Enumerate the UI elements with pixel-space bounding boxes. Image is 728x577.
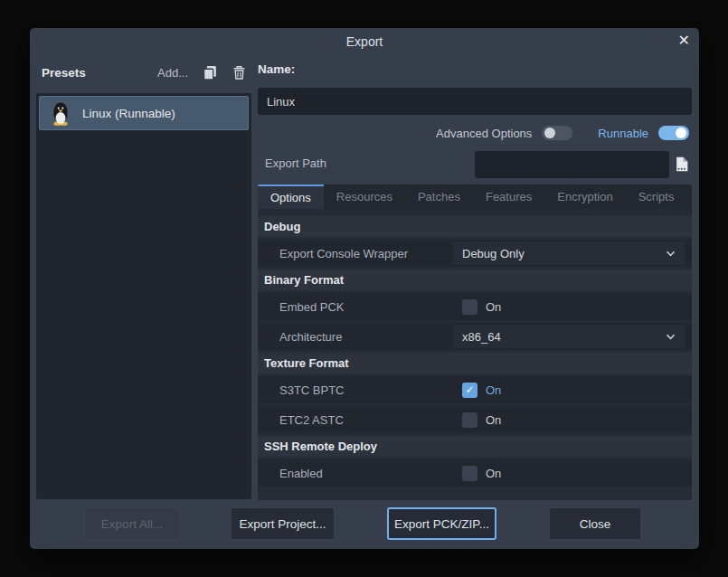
property-label: Architecture xyxy=(258,330,453,344)
property-label: Enabled xyxy=(258,467,453,480)
tab-features[interactable]: Features xyxy=(473,184,544,209)
file-browse-icon[interactable] xyxy=(675,156,689,172)
property-row-embed-pck: Embed PCK On xyxy=(258,293,692,320)
section-header-ssh-remote-deploy: SSH Remote Deploy xyxy=(258,436,692,457)
checkbox-on-label: On xyxy=(486,300,501,314)
checkbox-on-label: On xyxy=(486,383,501,397)
runnable-toggle[interactable] xyxy=(658,126,689,140)
advanced-options-label: Advanced Options xyxy=(436,127,532,140)
property-label: ETC2 ASTC xyxy=(258,413,453,427)
embed-pck-checkbox[interactable] xyxy=(462,299,477,315)
toggle-row: Advanced Options Runnable xyxy=(436,123,689,143)
section-header-label: Debug xyxy=(264,220,300,233)
export-tabs: Options Resources Patches Features Encry… xyxy=(258,184,692,209)
export-pck-zip-button[interactable]: Export PCK/ZIP... xyxy=(387,507,496,540)
options-panel: Debug Export Console Wrapper Debug Only xyxy=(258,209,692,500)
name-label: Name: xyxy=(258,62,295,76)
property-row-s3tc-bptc: S3TC BPTC On xyxy=(258,376,692,403)
section-header-binary-format: Binary Format xyxy=(258,270,692,290)
property-label: Embed PCK xyxy=(258,300,453,314)
dropdown-value: x86_64 xyxy=(462,330,501,344)
property-row-architecture: Architecture x86_64 xyxy=(258,323,692,350)
ssh-enabled-checkbox[interactable] xyxy=(462,466,477,481)
chevron-down-icon xyxy=(666,334,676,340)
section-header-debug: Debug xyxy=(258,216,692,237)
close-button[interactable]: Close xyxy=(549,507,641,540)
add-preset-button[interactable]: Add... xyxy=(157,66,188,80)
preset-item-label: Linux (Runnable) xyxy=(82,107,175,120)
chevron-down-icon xyxy=(666,251,676,257)
dropdown-value: Debug Only xyxy=(462,247,525,260)
export-project-button[interactable]: Export Project... xyxy=(231,507,335,540)
tab-patches[interactable]: Patches xyxy=(405,184,473,209)
tab-encryption[interactable]: Encryption xyxy=(544,184,625,209)
tab-resources[interactable]: Resources xyxy=(324,184,405,209)
section-header-texture-format: Texture Format xyxy=(258,353,692,374)
preset-item-linux[interactable]: Linux (Runnable) xyxy=(39,96,249,130)
property-row-ssh-enabled: Enabled On xyxy=(258,459,692,487)
screen-background: Export ✕ Presets Add... xyxy=(0,0,728,577)
preset-list[interactable]: Linux (Runnable) xyxy=(36,93,251,499)
presets-header: Presets Add... xyxy=(42,62,246,82)
duplicate-preset-icon[interactable] xyxy=(203,65,218,80)
property-row-export-console-wrapper: Export Console Wrapper Debug Only xyxy=(258,240,692,267)
export-dialog: Export ✕ Presets Add... xyxy=(30,28,699,549)
export-path-input[interactable] xyxy=(475,151,669,178)
export-path-label: Export Path xyxy=(265,156,326,170)
toggle-knob xyxy=(676,128,686,138)
etc2-astc-checkbox[interactable] xyxy=(462,412,477,428)
toggle-knob xyxy=(544,128,555,138)
runnable-label: Runnable xyxy=(598,127,648,140)
s3tc-bptc-checkbox[interactable] xyxy=(462,383,477,398)
export-console-wrapper-dropdown[interactable]: Debug Only xyxy=(453,241,685,265)
section-header-label: Binary Format xyxy=(264,273,344,287)
property-row-etc2-astc: ETC2 ASTC On xyxy=(258,406,692,433)
linux-tux-icon xyxy=(51,101,71,126)
section-header-label: SSH Remote Deploy xyxy=(264,440,377,453)
checkbox-on-label: On xyxy=(486,413,501,427)
presets-title: Presets xyxy=(42,66,86,80)
name-input[interactable] xyxy=(258,88,692,115)
tab-options[interactable]: Options xyxy=(258,184,324,209)
architecture-dropdown[interactable]: x86_64 xyxy=(453,325,685,348)
preset-settings-panel: Name: Advanced Options Runnable Export P… xyxy=(258,28,692,549)
section-header-label: Texture Format xyxy=(264,356,349,370)
checkbox-on-label: On xyxy=(486,467,501,480)
property-label: S3TC BPTC xyxy=(258,383,453,397)
delete-preset-icon[interactable] xyxy=(232,65,246,80)
property-label: Export Console Wrapper xyxy=(258,247,453,260)
advanced-options-toggle[interactable] xyxy=(542,126,572,140)
export-all-button[interactable]: Export All... xyxy=(84,507,180,540)
tab-scripts[interactable]: Scripts xyxy=(626,184,687,209)
